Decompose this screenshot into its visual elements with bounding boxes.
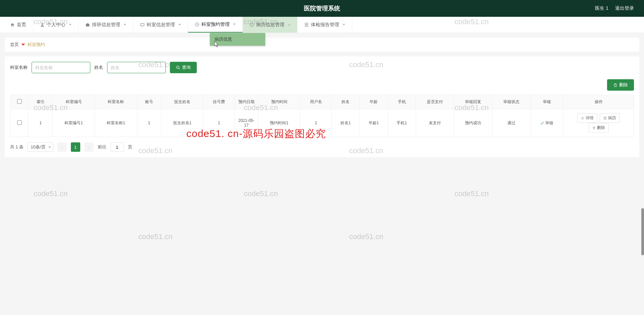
page-size-select[interactable]: 10条/页 (28, 142, 53, 152)
row-delete-label: 删除 (597, 125, 605, 131)
svg-line-11 (179, 68, 180, 69)
document-icon (304, 22, 309, 27)
home-icon (10, 22, 15, 27)
nav-personal-label: 个人中心 (47, 22, 65, 28)
page-prev-button[interactable]: ‹ (57, 142, 67, 152)
cursor-icon (214, 41, 220, 48)
svg-rect-1 (86, 24, 90, 27)
col-ops: 操作 (563, 95, 634, 109)
col-review-status: 审核状态 (492, 95, 531, 109)
nav-dept-info[interactable]: 科室信息管理 (133, 17, 188, 33)
breadcrumb-home[interactable]: 首页 (10, 42, 19, 48)
search-row: 科室名称 姓名 查询 (10, 62, 634, 73)
cell-review-status: 通过 (492, 109, 531, 137)
header-bar: 医院管理系统 医生 1 退出登录 (0, 0, 644, 17)
search-name-input[interactable] (107, 62, 166, 73)
col-time: 预约时间 (258, 95, 301, 109)
col-date: 预约日期 (235, 95, 258, 109)
search-button-label: 查询 (182, 64, 191, 71)
nav-record-label: 病历信息管理 (256, 22, 284, 28)
cell-time: 预约时间1 (258, 109, 301, 137)
breadcrumb-current: 科室预约 (28, 42, 45, 48)
cell-review-reply: 预约成功 (454, 109, 492, 137)
chevron-left-icon: ‹ (61, 145, 62, 150)
chevron-down-icon (233, 24, 236, 25)
file-icon (603, 117, 607, 120)
cell-phone: 手机1 (388, 109, 416, 137)
search-name-label: 姓名 (94, 64, 103, 71)
data-table: 索引 科室编号 科室名称 账号 医生姓名 挂号费 预约日期 预约时间 用户名 姓… (10, 95, 634, 137)
col-name: 姓名 (331, 95, 360, 109)
breadcrumb: 首页 ❤ 科室预约 (5, 38, 639, 52)
chevron-down-icon (69, 24, 72, 26)
cell-date: 2021-05-17 (235, 109, 258, 137)
nav-dept-info-label: 科室信息管理 (147, 22, 175, 28)
search-button[interactable]: 查询 (170, 62, 197, 73)
detail-button[interactable]: 详情 (577, 113, 597, 123)
header-checkbox-cell (10, 95, 29, 109)
nav-home[interactable]: 首页 (3, 17, 33, 33)
action-bar: 删除 (10, 79, 634, 91)
goto-suffix: 页 (128, 144, 132, 150)
clock-icon (249, 22, 254, 27)
col-phone: 手机 (388, 95, 416, 109)
page-total: 共 1 条 (10, 144, 24, 150)
app-title: 医院管理系统 (304, 4, 340, 12)
cell-name: 姓名1 (331, 109, 360, 137)
svg-point-10 (177, 66, 179, 69)
nav-schedule-label: 排班信息管理 (92, 22, 120, 28)
table-row: 1 科室编号1 科室名称1 1 医生姓名1 1 2021-05-17 预约时间1… (10, 109, 634, 137)
row-checkbox-cell (10, 109, 29, 137)
trash-icon (592, 126, 596, 130)
cell-age: 年龄1 (360, 109, 388, 137)
row-delete-button[interactable]: 删除 (589, 123, 609, 133)
cell-account: 1 (137, 109, 161, 137)
cell-paid: 未支付 (416, 109, 454, 137)
nav-dept-appt[interactable]: 科室预约管理 (188, 17, 243, 33)
record-button[interactable]: 病历 (600, 113, 620, 123)
logout-link[interactable]: 退出登录 (615, 5, 634, 11)
chevron-right-icon: › (88, 145, 89, 150)
col-username: 用户名 (301, 95, 332, 109)
col-fee: 挂号费 (203, 95, 235, 109)
nav-personal[interactable]: 个人中心 (33, 17, 79, 33)
cell-fee: 1 (203, 109, 235, 137)
nav-schedule[interactable]: 排班信息管理 (79, 17, 133, 33)
cell-ops: 详情 病历 删除 (563, 109, 634, 137)
delete-batch-button[interactable]: 删除 (607, 79, 634, 91)
cell-review-link[interactable]: 审核 (531, 109, 563, 137)
col-age: 年龄 (360, 95, 388, 109)
col-dept-no: 科室编号 (53, 95, 95, 109)
select-all-checkbox[interactable] (17, 99, 22, 104)
nav-exam[interactable]: 体检报告管理 (297, 17, 352, 33)
header-right: 医生 1 退出登录 (595, 5, 634, 11)
goto-prefix: 前往 (98, 144, 106, 150)
search-dept-label: 科室名称 (10, 64, 28, 71)
search-dept-input[interactable] (32, 62, 90, 73)
table-header-row: 索引 科室编号 科室名称 账号 医生姓名 挂号费 预约日期 预约时间 用户名 姓… (10, 95, 634, 109)
review-link-label: 审核 (545, 121, 553, 125)
col-review: 审核 (531, 95, 563, 109)
search-icon (176, 65, 180, 70)
page-size-label: 10条/页 (31, 144, 45, 150)
nav-home-label: 首页 (17, 22, 26, 28)
chevron-down-icon (342, 24, 345, 26)
row-checkbox[interactable] (17, 120, 22, 125)
col-doctor: 医生姓名 (161, 95, 203, 109)
page-1-button[interactable]: 1 (71, 142, 80, 152)
nav-record[interactable]: 病历信息管理 (243, 17, 297, 33)
pagination: 共 1 条 10条/页 ‹ 1 › 前往 页 (10, 142, 634, 152)
user-label[interactable]: 医生 1 (595, 5, 608, 11)
col-index: 索引 (29, 95, 53, 109)
col-account: 账号 (137, 95, 161, 109)
cell-doctor: 医生姓名1 (161, 109, 203, 137)
chevron-down-icon (48, 146, 51, 148)
chevron-up-icon (288, 24, 290, 26)
cell-dept-no: 科室编号1 (53, 109, 95, 137)
goto-input[interactable] (110, 142, 124, 152)
nav-dept-appt-label: 科室预约管理 (201, 21, 230, 28)
svg-point-0 (42, 23, 43, 25)
col-review-reply: 审核回复 (454, 95, 492, 109)
svg-rect-2 (87, 23, 89, 24)
page-next-button[interactable]: › (84, 142, 94, 152)
